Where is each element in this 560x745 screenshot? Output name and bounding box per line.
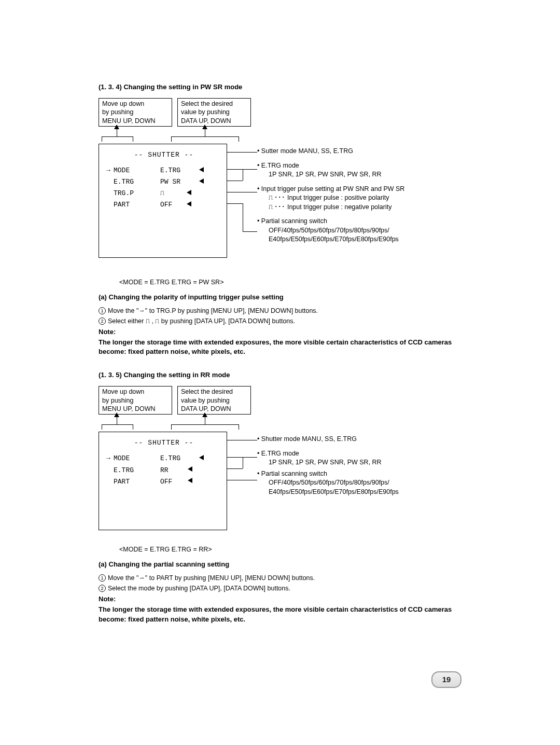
osd-value: E.TRG — [160, 453, 180, 464]
connector — [243, 457, 243, 468]
osd-row-mode: → MODE E.TRG — [106, 165, 221, 176]
step-line: 2Select either ⎍ , ⎍ by pushing [DATA UP… — [99, 318, 461, 325]
annotation-part: • Partial scanning switch — [257, 470, 465, 479]
step-line: 1Move the "→" to TRG.P by pushing [MENU … — [99, 307, 461, 314]
osd-row-part: PART OFF — [106, 476, 221, 488]
connector — [171, 136, 172, 142]
step-line: 2Select the mode by pushing [DATA UP], [… — [99, 585, 461, 592]
hint-line: by pushing — [102, 108, 169, 116]
connector — [117, 129, 117, 136]
hint-line: by pushing — [102, 396, 169, 405]
osd-label: TRG.P — [114, 188, 160, 199]
section-heading-134: (1. 3. 4) Changing the setting in PW SR … — [99, 83, 461, 91]
arrow-up-icon — [202, 412, 207, 417]
osd-label: PART — [114, 476, 160, 488]
hint-line: Move up down — [102, 388, 169, 396]
connector — [239, 136, 239, 142]
page-number: 19 — [431, 671, 461, 688]
step-text: Move the "→" to PART by pushing [MENU UP… — [108, 574, 315, 582]
hint-box-menu: Move up down by pushing MENU UP, DOWN — [99, 386, 172, 415]
hint-line: DATA UP, DOWN — [181, 405, 247, 413]
step-number-icon: 2 — [99, 585, 106, 592]
step-text: Select the mode by pushing [DATA UP], [D… — [108, 585, 290, 592]
diagram-caption-135: <MODE = E.TRG E.TRG = RR> — [119, 546, 461, 553]
step-number-icon: 1 — [99, 574, 106, 582]
hint-line: value by pushing — [181, 396, 247, 405]
note-label: Note: — [99, 595, 461, 603]
annotation-part-options-1: OFF/40fps/50fps/60fps/70fps/80fps/90fps/ — [257, 478, 465, 488]
connector — [102, 424, 102, 430]
connector — [243, 169, 243, 181]
annotation-part-options-1: OFF/40fps/50fps/60fps/70fps/80fps/90fps/ — [257, 226, 465, 236]
connector — [227, 480, 257, 480]
hint-line: value by pushing — [181, 108, 247, 116]
arrow-left-icon — [187, 201, 191, 206]
connector — [243, 231, 257, 232]
annotation-list: • Shutter mode MANU, SS, E.TRG • E.TRG m… — [257, 435, 465, 502]
document-page: (1. 3. 4) Changing the setting in PW SR … — [0, 0, 560, 745]
diagram-caption-134: <MODE = E.TRG E.TRG = PW SR> — [119, 279, 461, 286]
note-label: Note: — [99, 328, 461, 336]
connector — [102, 136, 102, 142]
osd-row-part: PART OFF — [106, 199, 221, 211]
annotation-part: • Partial scanning switch — [257, 217, 465, 226]
connector — [243, 203, 243, 231]
connector — [227, 440, 257, 440]
annotation-trgp: • Input trigger pulse setting at PW SNR … — [257, 185, 465, 194]
osd-label: PART — [114, 199, 160, 211]
hint-line: MENU UP, DOWN — [102, 405, 169, 413]
osd-row-etrg: E.TRG PW SR — [106, 176, 221, 188]
annotation-trgp-neg: ⎍ ･･･ Input trigger pulse : negative pol… — [257, 203, 465, 212]
connector — [239, 424, 239, 430]
connector — [117, 417, 117, 424]
hint-box-menu: Move up down by pushing MENU UP, DOWN — [99, 98, 172, 127]
subheading-134a: (a) Changing the polarity of inputting t… — [99, 293, 461, 301]
connector — [205, 129, 205, 136]
connector — [227, 468, 243, 469]
connector — [133, 424, 133, 430]
step-text: Move the "→" to TRG.P by pushing [MENU U… — [108, 307, 318, 314]
arrow-left-icon — [188, 478, 192, 483]
arrow-left-icon — [199, 178, 204, 184]
connector — [171, 424, 172, 430]
osd-label: E.TRG — [114, 176, 160, 188]
annotation-etrg-mode: • E.TRG mode — [257, 161, 465, 171]
connector — [227, 203, 243, 204]
annotation-part-options-2: E40fps/E50fps/E60fps/E70fps/E80fps/E90fp… — [257, 488, 465, 497]
connector — [102, 136, 133, 137]
annotation-trgp-pos: ⎍ ･･･ Input trigger pulse : positive pol… — [257, 194, 465, 203]
osd-row-mode: → MODE E.TRG — [106, 453, 221, 464]
diagram-135: Move up down by pushing MENU UP, DOWN Se… — [99, 386, 461, 542]
connector — [171, 136, 239, 137]
osd-value: ⎍ — [160, 188, 164, 199]
connector — [102, 424, 133, 425]
hint-line: Move up down — [102, 100, 169, 108]
hint-line: Select the desired — [181, 100, 247, 108]
hint-box-data: Select the desired value by pushing DATA… — [177, 386, 251, 415]
connector — [133, 136, 133, 142]
cursor-arrow-icon: → — [106, 165, 114, 176]
step-number-icon: 1 — [99, 307, 106, 314]
connector — [227, 457, 257, 458]
annotation-etrg-mode: • E.TRG mode — [257, 449, 465, 459]
hint-line: Select the desired — [181, 388, 247, 396]
connector — [205, 417, 205, 424]
annotation-part-options-2: E40fps/E50fps/E60fps/E70fps/E80fps/E90fp… — [257, 235, 465, 244]
connector — [171, 424, 239, 425]
section-heading-135: (1. 3. 5) Changing the setting in RR mod… — [99, 371, 461, 379]
osd-value: PW SR — [160, 176, 180, 188]
hint-line: MENU UP, DOWN — [102, 117, 169, 125]
cursor-arrow-icon: → — [106, 453, 114, 464]
annotation-list: • Sutter mode MANU, SS, E.TRG • E.TRG mo… — [257, 147, 465, 250]
diagram-134: Move up down by pushing MENU UP, DOWN Se… — [99, 98, 461, 274]
osd-label: E.TRG — [114, 465, 160, 476]
osd-label: MODE — [114, 165, 160, 176]
arrow-left-icon — [199, 167, 204, 172]
note-text: The longer the storage time with extende… — [99, 605, 461, 624]
osd-value: OFF — [160, 476, 172, 488]
osd-row-trgp: TRG.P ⎍ — [106, 188, 221, 199]
hint-line: DATA UP, DOWN — [181, 117, 247, 125]
hint-box-data: Select the desired value by pushing DATA… — [177, 98, 251, 127]
arrow-up-icon — [114, 412, 119, 417]
arrow-left-icon — [199, 455, 204, 460]
